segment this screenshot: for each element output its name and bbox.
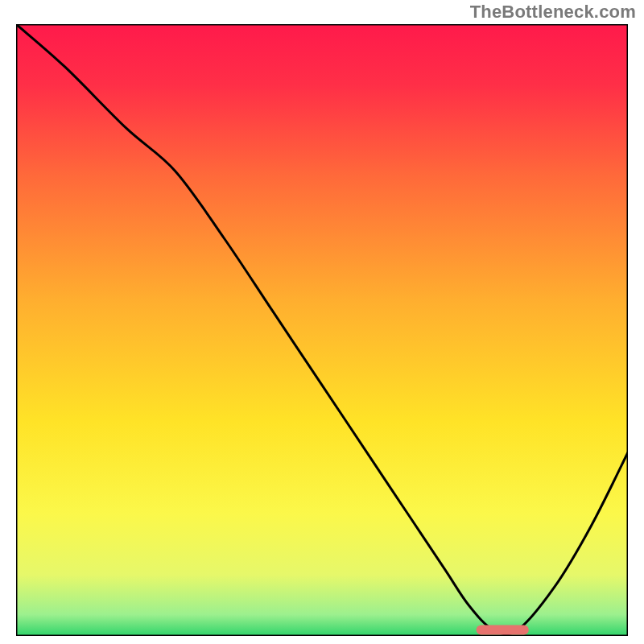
bottleneck-chart-svg [16,24,628,636]
watermark-text: TheBottleneck.com [470,2,636,23]
gradient-background [16,24,628,636]
chart-area [16,24,628,636]
